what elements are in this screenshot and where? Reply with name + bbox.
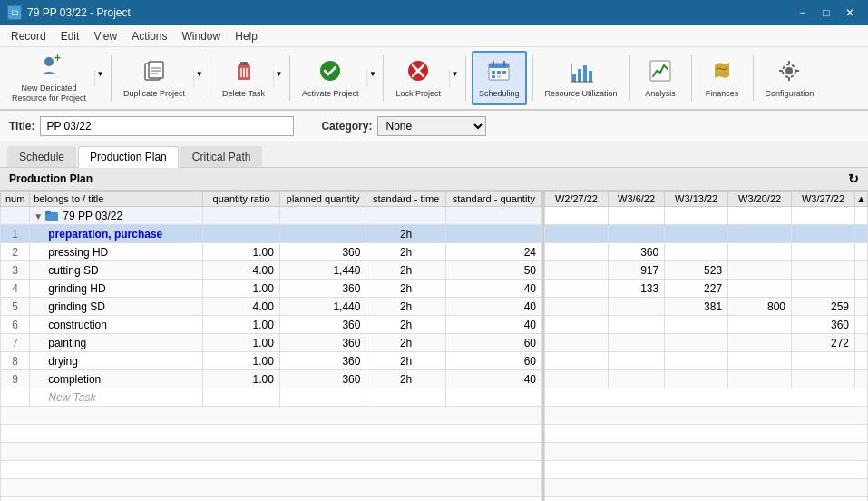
empty-row	[545, 443, 868, 461]
tab-critical-path[interactable]: Critical Path	[180, 146, 263, 167]
empty-row	[1, 425, 542, 443]
col-std-time: standard - time	[366, 192, 445, 207]
table-row[interactable]	[545, 352, 868, 370]
table-row[interactable]: 5 grinding SD 4.00 1,440 2h 40	[1, 298, 542, 316]
svg-rect-21	[492, 71, 495, 74]
category-select[interactable]: None	[377, 116, 486, 136]
new-dedicated-button[interactable]: + New DedicatedResource for Project	[5, 51, 93, 105]
refresh-icon[interactable]: ↻	[848, 172, 859, 186]
svg-rect-23	[502, 71, 506, 74]
table-row[interactable]: 360	[545, 243, 868, 261]
content-area: Production Plan ↻ num belongs to / title…	[0, 168, 868, 501]
scroll-col[interactable]: ▲	[855, 192, 868, 207]
svg-text:+: +	[54, 53, 61, 64]
col-w2: W3/6/22	[608, 192, 664, 207]
table-left: num belongs to / title quantity ratio pl…	[0, 191, 544, 501]
table-row[interactable]: 917523	[545, 261, 868, 280]
empty-row	[1, 443, 542, 461]
delete-arrow[interactable]: ▼	[273, 70, 284, 87]
table-row[interactable]: 360	[545, 316, 868, 334]
finances-button[interactable]: Finances	[697, 51, 747, 105]
table-row[interactable]: ▼ 79 PP 03/22	[1, 207, 542, 225]
scheduling-label: Scheduling	[479, 89, 520, 98]
table-row[interactable]	[545, 370, 868, 388]
finances-label: Finances	[706, 89, 739, 98]
svg-rect-8	[240, 62, 248, 64]
duplicate-icon	[141, 58, 167, 87]
lock-label: Lock Project	[395, 89, 441, 98]
table-row[interactable]: 381800259	[545, 298, 868, 316]
menu-edit[interactable]: Edit	[54, 28, 87, 44]
svg-rect-28	[583, 65, 587, 82]
table-right: W2/27/22 W3/6/22 W3/13/22 W3/20/22 W3/27…	[544, 191, 868, 501]
menu-record[interactable]: Record	[4, 28, 54, 44]
empty-row	[545, 425, 868, 443]
form-area: Title: Category: None	[0, 111, 868, 142]
menu-view[interactable]: View	[86, 28, 124, 44]
activate-arrow[interactable]: ▼	[366, 70, 377, 87]
empty-row	[545, 407, 868, 425]
col-w5: W3/27/22	[792, 192, 855, 207]
table-row[interactable]: 4 grinding HD 1.00 360 2h 40	[1, 280, 542, 298]
resource-icon	[569, 58, 594, 87]
maximize-button[interactable]: □	[815, 4, 837, 22]
duplicate-button[interactable]: Duplicate Project	[117, 51, 191, 105]
col-w4: W3/20/22	[728, 192, 792, 207]
title-input[interactable]	[40, 116, 294, 136]
table-container: num belongs to / title quantity ratio pl…	[0, 191, 868, 501]
configuration-icon	[776, 58, 802, 87]
empty-row	[1, 497, 542, 502]
scheduling-button[interactable]: Scheduling	[472, 51, 527, 105]
resource-button[interactable]: Resource Utilization	[539, 51, 624, 105]
left-table: num belongs to / title quantity ratio pl…	[0, 191, 542, 501]
table-row[interactable]: 3 cutting SD 4.00 1,440 2h 50	[1, 261, 542, 280]
svg-rect-25	[497, 75, 501, 78]
table-row[interactable]: 8 drying 1.00 360 2h 60	[1, 352, 542, 370]
delete-icon	[231, 58, 257, 87]
close-button[interactable]: ✕	[839, 4, 861, 22]
delete-button[interactable]: Delete Task	[216, 51, 271, 105]
table-row[interactable]: 272	[545, 334, 868, 352]
svg-point-33	[785, 67, 793, 74]
table-row[interactable]	[545, 207, 868, 225]
title-bar: 🗂 79 PP 03/22 - Project − □ ✕	[0, 0, 868, 25]
activate-label: Activate Project	[302, 89, 359, 98]
svg-rect-22	[497, 71, 501, 74]
new-dedicated-icon: +	[36, 53, 62, 82]
minimize-button[interactable]: −	[792, 4, 814, 22]
menu-actions[interactable]: Actions	[124, 28, 174, 44]
lock-arrow[interactable]: ▼	[449, 70, 460, 87]
empty-row	[545, 479, 868, 497]
new-task-row[interactable]: New Task	[1, 388, 542, 407]
tab-schedule[interactable]: Schedule	[7, 146, 76, 167]
analysis-label: Analysis	[645, 89, 676, 98]
tab-production-plan[interactable]: Production Plan	[78, 146, 179, 168]
col-w3: W3/13/22	[665, 192, 728, 207]
table-row[interactable]	[545, 225, 868, 243]
table-row[interactable]: 7 painting 1.00 360 2h 60	[1, 334, 542, 352]
duplicate-arrow[interactable]: ▼	[193, 70, 204, 87]
table-row[interactable]: 9 completion 1.00 360 2h 40	[1, 370, 542, 388]
analysis-icon	[648, 58, 673, 87]
svg-rect-3	[149, 62, 163, 78]
table-row[interactable]: 133227	[545, 280, 868, 298]
activate-button[interactable]: Activate Project	[296, 51, 366, 105]
category-label: Category:	[321, 120, 372, 133]
menu-help[interactable]: Help	[228, 28, 265, 44]
menu-window[interactable]: Window	[175, 28, 229, 44]
lock-button[interactable]: Lock Project	[389, 51, 447, 105]
analysis-button[interactable]: Analysis	[636, 51, 686, 105]
table-row[interactable]: 2 pressing HD 1.00 360 2h 24	[1, 243, 542, 261]
svg-rect-27	[578, 69, 581, 82]
resource-label: Resource Utilization	[545, 89, 618, 98]
new-dedicated-arrow[interactable]: ▼	[94, 70, 105, 87]
delete-label: Delete Task	[222, 89, 265, 98]
empty-row	[1, 479, 542, 497]
table-row[interactable]: 6 construction 1.00 360 2h 40	[1, 316, 542, 334]
new-dedicated-label: New DedicatedResource for Project	[12, 84, 86, 103]
table-row[interactable]: 1 preparation, purchase 2h	[1, 225, 542, 243]
finances-icon	[709, 58, 735, 87]
app-icon: 🗂	[7, 5, 22, 20]
svg-point-0	[44, 57, 54, 66]
configuration-button[interactable]: Configuration	[759, 51, 821, 105]
